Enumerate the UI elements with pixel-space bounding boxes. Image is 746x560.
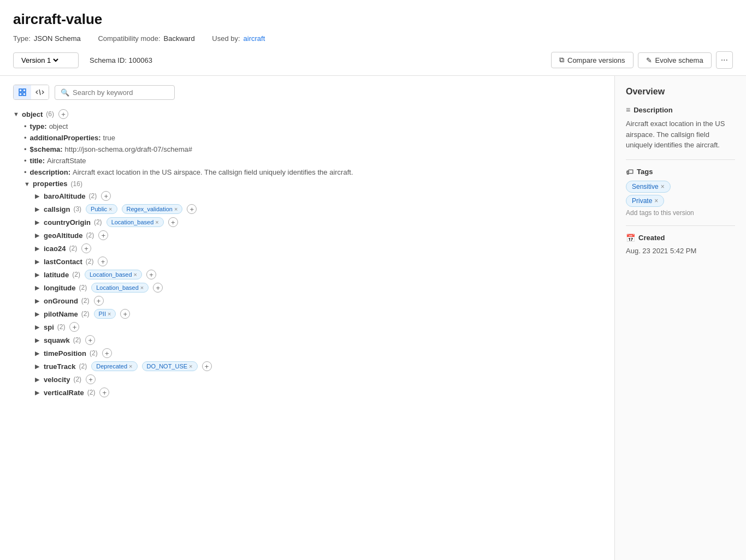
meta-row: Type: JSON Schema Compatibility mode: Ba… <box>13 34 733 43</box>
property-toggle-verticalRate[interactable]: ▶ <box>35 389 42 396</box>
right-tag-remove-Sensitive[interactable]: × <box>661 183 665 190</box>
tag-remove-DO_NOT_USE[interactable]: × <box>189 363 192 370</box>
property-item-lastContact: ▶lastContact (2)+ <box>35 255 601 268</box>
code-view-button[interactable] <box>31 85 49 99</box>
compat-value: Backward <box>164 34 195 43</box>
property-item-squawk: ▶squawk (2)+ <box>35 333 601 347</box>
property-item-geoAltitude: ▶geoAltitude (2)+ <box>35 229 601 242</box>
property-toggle-callsign[interactable]: ▶ <box>35 206 42 213</box>
property-toggle-countryOrigin[interactable]: ▶ <box>35 219 42 226</box>
tag-badge-Location_based: Location_based × <box>85 270 142 279</box>
property-add-timePosition[interactable]: + <box>102 348 112 358</box>
prop-title: • title: AircraftState <box>24 155 601 166</box>
right-tag-remove-Private[interactable]: × <box>654 197 658 205</box>
prop-type: • type: object <box>24 121 601 132</box>
tag-remove-PII[interactable]: × <box>108 311 111 317</box>
properties-toggle[interactable]: ▼ <box>24 181 31 187</box>
property-item-velocity: ▶velocity (2)+ <box>35 373 601 386</box>
evolve-icon: ✎ <box>646 56 652 64</box>
property-add-verticalRate[interactable]: + <box>99 388 109 397</box>
add-tags-link[interactable]: Add tags to this version <box>626 209 735 217</box>
property-add-spi[interactable]: + <box>69 322 79 332</box>
property-count-latitude: (2) <box>72 271 80 278</box>
property-toggle-lastContact[interactable]: ▶ <box>35 258 42 265</box>
tag-remove-Location_based[interactable]: × <box>134 271 137 278</box>
tag-remove-Location_based[interactable]: × <box>155 219 158 225</box>
properties-label: properties <box>33 180 68 188</box>
property-add-velocity[interactable]: + <box>86 374 96 384</box>
property-toggle-trueTrack[interactable]: ▶ <box>35 363 42 370</box>
property-toggle-onGround[interactable]: ▶ <box>35 297 42 305</box>
property-add-geoAltitude[interactable]: + <box>98 230 108 240</box>
svg-rect-0 <box>19 89 22 92</box>
property-item-onGround: ▶onGround (2)+ <box>35 294 601 307</box>
page-title: aircraft-value <box>13 11 102 28</box>
right-panel: Overview ≡ Description Aircraft exact lo… <box>615 76 746 560</box>
property-toggle-longitude[interactable]: ▶ <box>35 284 42 291</box>
property-toggle-spi[interactable]: ▶ <box>35 324 42 331</box>
version-selector[interactable]: Version 1 <box>13 52 79 68</box>
property-name-callsign: callsign <box>44 205 70 213</box>
property-toggle-latitude[interactable]: ▶ <box>35 271 42 278</box>
property-add-callsign[interactable]: + <box>187 204 197 214</box>
compare-icon: ⧉ <box>559 56 564 64</box>
schema-id: Schema ID: 100063 <box>90 56 152 64</box>
property-count-timePosition: (2) <box>90 349 98 357</box>
evolve-schema-button[interactable]: ✎ Evolve schema <box>638 52 712 68</box>
property-add-baroAltitude[interactable]: + <box>101 191 111 201</box>
properties-count: (16) <box>71 180 82 188</box>
property-toggle-baroAltitude[interactable]: ▶ <box>35 193 42 200</box>
schema-id-value: 100063 <box>129 56 152 64</box>
property-add-lastContact[interactable]: + <box>98 257 108 266</box>
property-toggle-velocity[interactable]: ▶ <box>35 376 42 383</box>
right-tag-Private: Private × <box>626 195 664 207</box>
property-toggle-squawk[interactable]: ▶ <box>35 337 42 344</box>
tags-section: 🏷 Tags Sensitive ×Private × Add tags to … <box>626 168 735 217</box>
property-add-longitude[interactable]: + <box>153 283 163 293</box>
description-text: Aircraft exact location in the US airspa… <box>626 118 735 151</box>
description-header: ≡ Description <box>626 105 735 114</box>
property-toggle-pilotName[interactable]: ▶ <box>35 311 42 318</box>
property-item-trueTrack: ▶trueTrack (2)Deprecated ×DO_NOT_USE ×+ <box>35 360 601 373</box>
property-toggle-geoAltitude[interactable]: ▶ <box>35 232 42 239</box>
property-count-callsign: (3) <box>73 205 81 213</box>
tag-remove-Location_based[interactable]: × <box>140 284 144 291</box>
tree-view-button[interactable] <box>14 85 31 99</box>
property-add-pilotName[interactable]: + <box>120 309 130 319</box>
property-count-longitude: (2) <box>79 284 87 291</box>
type-label: Type: <box>13 34 31 43</box>
tag-badge-PII: PII × <box>94 309 116 319</box>
svg-rect-2 <box>19 93 22 96</box>
property-item-spi: ▶spi (2)+ <box>35 320 601 333</box>
tags-label: Tags <box>637 168 653 176</box>
property-add-countryOrigin[interactable]: + <box>168 217 178 227</box>
toolbar-row: Version 1 Schema ID: 100063 ⧉ Compare ve… <box>13 51 733 75</box>
root-add-button[interactable]: + <box>58 109 68 119</box>
property-name-timePosition: timePosition <box>44 349 86 358</box>
property-add-onGround[interactable]: + <box>94 296 104 306</box>
property-add-trueTrack[interactable]: + <box>202 361 212 371</box>
search-box: 🔍 <box>55 85 175 100</box>
property-item-icao24: ▶icao24 (2)+ <box>35 242 601 255</box>
property-add-latitude[interactable]: + <box>146 270 156 279</box>
property-count-trueTrack: (2) <box>79 362 87 370</box>
tag-remove-Deprecated[interactable]: × <box>129 363 132 370</box>
property-count-icao24: (2) <box>69 245 77 252</box>
property-add-icao24[interactable]: + <box>81 243 91 253</box>
version-dropdown[interactable]: Version 1 <box>19 56 60 65</box>
property-name-pilotName: pilotName <box>44 310 78 318</box>
search-input[interactable] <box>73 88 169 97</box>
compare-versions-button[interactable]: ⧉ Compare versions <box>551 52 633 68</box>
description-label: Description <box>633 106 673 114</box>
property-add-squawk[interactable]: + <box>85 335 95 345</box>
used-by-link[interactable]: aircraft <box>244 34 265 43</box>
property-item-pilotName: ▶pilotName (2)PII ×+ <box>35 307 601 320</box>
tag-remove-Regex_validation[interactable]: × <box>174 206 177 212</box>
property-item-longitude: ▶longitude (2)Location_based ×+ <box>35 281 601 294</box>
tag-remove-Public[interactable]: × <box>109 206 112 212</box>
property-toggle-timePosition[interactable]: ▶ <box>35 350 42 357</box>
property-count-baroAltitude: (2) <box>89 192 97 200</box>
property-toggle-icao24[interactable]: ▶ <box>35 245 42 252</box>
more-options-button[interactable]: ··· <box>716 51 733 69</box>
root-toggle[interactable]: ▼ <box>13 111 20 117</box>
